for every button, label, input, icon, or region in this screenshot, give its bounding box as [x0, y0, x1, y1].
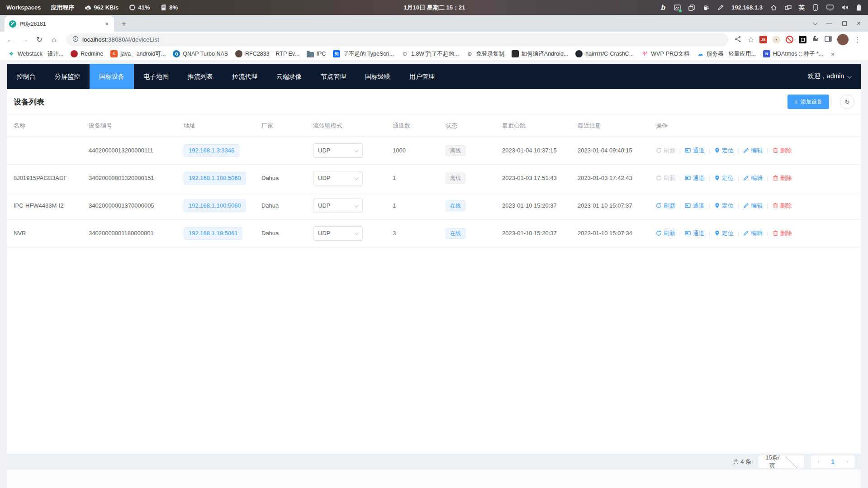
site-info-icon[interactable]	[72, 36, 79, 43]
battery-icon[interactable]	[855, 4, 863, 11]
action-edit[interactable]: 编辑	[743, 229, 763, 237]
bookmark-item[interactable]: NHDAtmos :: 种子 *...	[760, 49, 826, 59]
clock[interactable]: 1月10日 星期二 15：21	[404, 4, 465, 12]
network-speed-indicator[interactable]: 962 KB/s	[84, 4, 119, 11]
nav-item-5[interactable]: 拉流代理	[223, 64, 267, 89]
nav-item-7[interactable]: 节点管理	[311, 64, 356, 89]
new-tab-button[interactable]: +	[118, 18, 130, 30]
nav-item-9[interactable]: 用户管理	[400, 64, 444, 89]
ip-address-indicator[interactable]: 192.168.1.3	[731, 4, 763, 11]
phone-link-icon[interactable]	[812, 4, 819, 11]
action-locate[interactable]: 定位	[714, 174, 734, 182]
nav-item-8[interactable]: 国标级联	[356, 64, 400, 89]
tab-search-chevron-icon[interactable]	[813, 21, 817, 25]
coffee-tray-icon[interactable]	[702, 4, 710, 11]
action-refresh[interactable]: 刷新	[656, 174, 675, 182]
action-delete[interactable]: 删除	[773, 174, 792, 182]
bookmark-item[interactable]: hairrrrr/C-CrashC...	[572, 49, 637, 58]
js-extension-icon[interactable]: JS	[759, 36, 767, 43]
action-channel[interactable]: 通道	[685, 174, 704, 182]
action-channel[interactable]: 通道	[685, 202, 704, 210]
bookmark-item[interactable]: Redmine	[67, 49, 106, 58]
nav-item-0[interactable]: 控制台	[7, 64, 45, 89]
clipboard-tray-icon[interactable]	[688, 4, 695, 11]
action-delete[interactable]: 删除	[773, 147, 792, 155]
device-address-tag[interactable]: 192.168.1.3:3346	[184, 144, 239, 157]
bookmark-item[interactable]: ΨWVP-PRO文档	[638, 49, 693, 59]
action-channel[interactable]: 通道	[685, 147, 704, 155]
bookmark-item[interactable]: RFC2833 – RTP Ev...	[232, 49, 303, 58]
bookmark-item[interactable]: QQNAP Turbo NAS	[170, 49, 231, 58]
display-icon[interactable]	[826, 4, 834, 11]
bookmark-item[interactable]: IPC	[304, 50, 329, 58]
memory-indicator[interactable]: 8%	[160, 4, 178, 11]
user-menu[interactable]: 欢迎，admin	[808, 72, 861, 81]
bookmark-item[interactable]: Cjava、android可...	[107, 49, 169, 59]
nav-item-6[interactable]: 云端录像	[267, 64, 311, 89]
action-delete[interactable]: 删除	[773, 229, 792, 237]
window-restore-button[interactable]	[842, 21, 847, 26]
bing-tray-icon[interactable]: b	[659, 4, 666, 11]
bookmark-item[interactable]: ☁服务器 - 轻量应用...	[693, 49, 759, 59]
nav-item-1[interactable]: 分屏监控	[45, 64, 90, 89]
bookmark-star-icon[interactable]: ☆	[748, 35, 754, 44]
browser-tab[interactable]: 国标28181 ×	[5, 16, 114, 32]
adblock-extension-icon[interactable]	[786, 36, 793, 43]
stream-mode-select[interactable]: UDP	[313, 171, 363, 185]
cpu-indicator[interactable]: 41%	[128, 4, 150, 11]
action-edit[interactable]: 编辑	[743, 147, 763, 155]
back-button[interactable]: ←	[5, 34, 16, 46]
home-tray-icon[interactable]	[770, 4, 777, 11]
volume-icon[interactable]	[841, 4, 848, 11]
action-refresh[interactable]: 刷新	[656, 147, 675, 155]
device-address-tag[interactable]: 192.168.1.19:5061	[184, 227, 242, 240]
nav-item-4[interactable]: 推流列表	[178, 64, 223, 89]
address-bar[interactable]: localhost:38080/#/deviceList	[66, 33, 728, 46]
action-locate[interactable]: 定位	[714, 202, 734, 210]
home-button[interactable]: ⌂	[48, 34, 60, 46]
bookmark-item[interactable]: 知了不起的 TypeScri...	[330, 49, 397, 59]
next-page-button[interactable]: ›	[846, 458, 848, 465]
device-address-tag[interactable]: 192.168.1.100:5060	[184, 199, 246, 212]
bookmark-item[interactable]: ⊕1.8W字|了不起的...	[398, 49, 462, 59]
refresh-list-button[interactable]: ↻	[840, 95, 854, 109]
forward-button[interactable]: →	[19, 34, 31, 46]
side-panel-icon[interactable]	[825, 36, 832, 43]
applications-menu[interactable]: 应用程序	[51, 4, 74, 12]
prev-page-button[interactable]: ‹	[817, 458, 819, 465]
bookmarks-overflow-chevron[interactable]: »	[831, 50, 835, 57]
nav-item-3[interactable]: 电子地图	[134, 64, 178, 89]
page-size-select[interactable]: 15条/页	[759, 455, 804, 468]
action-refresh[interactable]: 刷新	[656, 202, 675, 210]
workspaces-button[interactable]: Workspaces	[6, 4, 41, 11]
bookmark-item[interactable]: ❖Webstack - 设计...	[5, 49, 66, 59]
action-locate[interactable]: 定位	[714, 229, 734, 237]
bookmark-item[interactable]: ⊕免登录复制	[463, 49, 508, 59]
stream-mode-select[interactable]: UDP	[313, 199, 363, 213]
action-refresh[interactable]: 刷新	[656, 229, 675, 237]
color-picker-tray-icon[interactable]	[717, 4, 724, 11]
stream-mode-select[interactable]: UDP	[313, 143, 363, 158]
action-channel[interactable]: 通道	[685, 229, 704, 237]
action-delete[interactable]: 删除	[773, 202, 792, 210]
window-close-button[interactable]: ×	[857, 19, 861, 28]
mask-extension-icon[interactable]: ◗	[773, 36, 780, 43]
share-icon[interactable]	[735, 36, 741, 44]
action-edit[interactable]: 编辑	[743, 202, 763, 210]
reload-button[interactable]: ↻	[33, 34, 45, 46]
screenshot-tray-icon[interactable]	[674, 4, 681, 11]
device-address-tag[interactable]: 192.168.1.108:5060	[184, 172, 246, 185]
current-page[interactable]: 1	[831, 458, 834, 465]
frame-extension-icon[interactable]	[799, 36, 806, 43]
input-method-indicator[interactable]: 英	[799, 4, 805, 12]
puzzle-extensions-icon[interactable]	[812, 35, 819, 44]
add-device-button[interactable]: + 添加设备	[787, 95, 829, 109]
tab-close-icon[interactable]: ×	[103, 20, 110, 28]
nav-item-active[interactable]: 国标设备	[90, 64, 134, 89]
stream-mode-select[interactable]: UDP	[313, 226, 363, 241]
action-locate[interactable]: 定位	[714, 147, 734, 155]
window-minimize-button[interactable]: —	[826, 20, 832, 27]
workspaces-tray-icon[interactable]	[784, 4, 792, 11]
profile-avatar[interactable]	[837, 34, 849, 45]
action-edit[interactable]: 编辑	[743, 174, 763, 182]
